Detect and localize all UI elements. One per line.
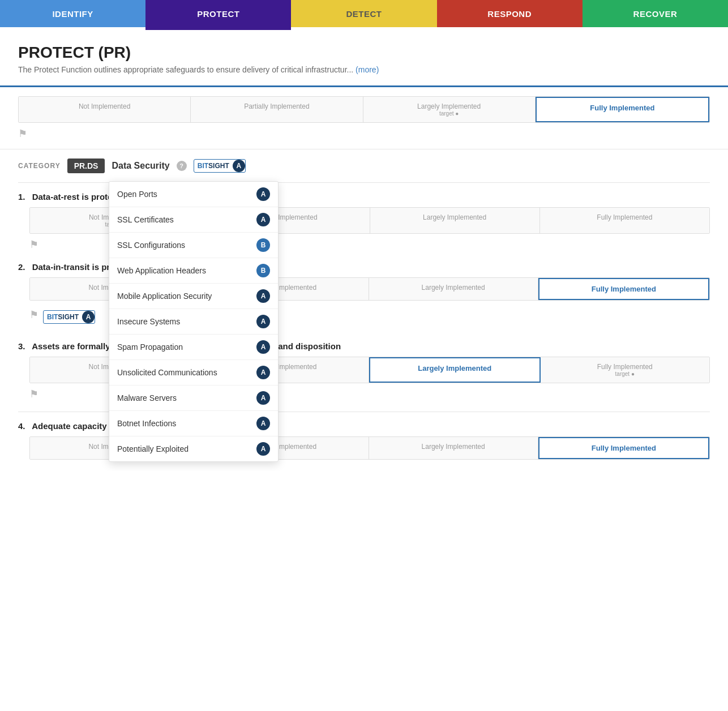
- category-badge: PR.DS: [67, 159, 105, 173]
- dropdown-grade-1: A: [256, 213, 270, 226]
- sub2-bitsight-badge[interactable]: BIT SIGHT A: [43, 310, 95, 324]
- top-impl-bar: Not Implemented Partially Implemented La…: [18, 96, 710, 123]
- dropdown-item-spam[interactable]: Spam Propagation A: [109, 335, 278, 360]
- sub1-fully-impl[interactable]: Fully Implemented: [540, 208, 709, 233]
- top-flag[interactable]: ⚑: [18, 127, 710, 140]
- dropdown-item-botnet[interactable]: Botnet Infections A: [109, 411, 278, 436]
- dropdown-grade-4: A: [256, 289, 270, 303]
- dropdown-grade-7: A: [256, 366, 270, 379]
- dropdown-grade-2: B: [256, 238, 270, 252]
- blue-separator: [0, 85, 728, 87]
- dropdown-grade-8: A: [256, 391, 270, 405]
- dropdown-grade-5: A: [256, 315, 270, 328]
- bitsight-grade: A: [233, 160, 245, 172]
- dropdown-item-unsolicited[interactable]: Unsolicited Communications A: [109, 360, 278, 386]
- tab-recover[interactable]: RECOVER: [583, 0, 728, 27]
- category-header: CATEGORY PR.DS Data Security ? BIT SIGHT…: [18, 159, 710, 173]
- dropdown-grade-0: A: [256, 187, 270, 201]
- page-description: The Protect Function outlines appropriat…: [18, 65, 710, 74]
- bitsight-bit: BIT: [194, 160, 208, 172]
- tab-respond[interactable]: RESPOND: [437, 0, 583, 27]
- bitsight-badge[interactable]: BIT SIGHT A: [194, 159, 246, 173]
- sub1-largely-impl[interactable]: Largely Implemented: [370, 208, 540, 233]
- dropdown-item-web-headers[interactable]: Web Application Headers B: [109, 258, 278, 284]
- dropdown-item-ssl-certs[interactable]: SSL Certificates A: [109, 207, 278, 233]
- category-name: Data Security: [112, 161, 169, 171]
- dropdown-grade-6: A: [256, 340, 270, 354]
- dropdown-grade-9: A: [256, 417, 270, 430]
- sub2-largely-impl[interactable]: Largely Implemented: [369, 278, 538, 300]
- top-partially-implemented[interactable]: Partially Implemented: [191, 97, 363, 122]
- dropdown-grade-10: A: [256, 442, 270, 456]
- dropdown-item-ssl-configs[interactable]: SSL Configurations B: [109, 233, 278, 258]
- tab-protect[interactable]: PROTECT: [145, 0, 291, 27]
- sub3-largely-impl[interactable]: Largely Implemented: [369, 357, 541, 383]
- separator-1: [0, 149, 728, 149]
- tab-identify[interactable]: IDENTIFY: [0, 0, 145, 27]
- dropdown-item-exploited[interactable]: Potentially Exploited A: [109, 436, 278, 461]
- help-icon[interactable]: ?: [177, 161, 187, 171]
- category-label: CATEGORY: [18, 162, 61, 170]
- tab-detect[interactable]: DETECT: [291, 0, 436, 27]
- top-section: Not Implemented Partially Implemented La…: [0, 96, 728, 140]
- bitsight-sight: SIGHT: [208, 160, 232, 172]
- dropdown-item-malware[interactable]: Malware Servers A: [109, 386, 278, 411]
- category-section: CATEGORY PR.DS Data Security ? BIT SIGHT…: [0, 159, 728, 460]
- nav-tabs: IDENTIFY PROTECT DETECT RESPOND RECOVER: [0, 0, 728, 27]
- bitsight-dropdown: Open Ports A SSL Certificates A SSL Conf…: [109, 181, 279, 462]
- top-fully-implemented[interactable]: Fully Implemented: [536, 97, 709, 122]
- sub2-flag[interactable]: ⚑: [29, 309, 38, 321]
- more-link[interactable]: (more): [356, 65, 379, 74]
- sub4-largely-impl[interactable]: Largely Implemented: [369, 437, 538, 459]
- page-title: PROTECT (PR): [18, 44, 710, 62]
- main-content: PROTECT (PR) The Protect Function outlin…: [0, 30, 728, 74]
- sub2-fully-impl[interactable]: Fully Implemented: [538, 278, 709, 300]
- dropdown-item-open-ports[interactable]: Open Ports A: [109, 182, 278, 207]
- sub3-fully-impl[interactable]: Fully Implemented target ●: [541, 357, 710, 383]
- top-not-implemented[interactable]: Not Implemented: [19, 97, 191, 122]
- dropdown-item-mobile-app[interactable]: Mobile Application Security A: [109, 284, 278, 309]
- dropdown-item-insecure[interactable]: Insecure Systems A: [109, 309, 278, 335]
- dropdown-grade-3: B: [256, 264, 270, 277]
- sub4-fully-impl[interactable]: Fully Implemented: [538, 437, 709, 459]
- top-largely-implemented[interactable]: Largely Implemented target ●: [363, 97, 536, 122]
